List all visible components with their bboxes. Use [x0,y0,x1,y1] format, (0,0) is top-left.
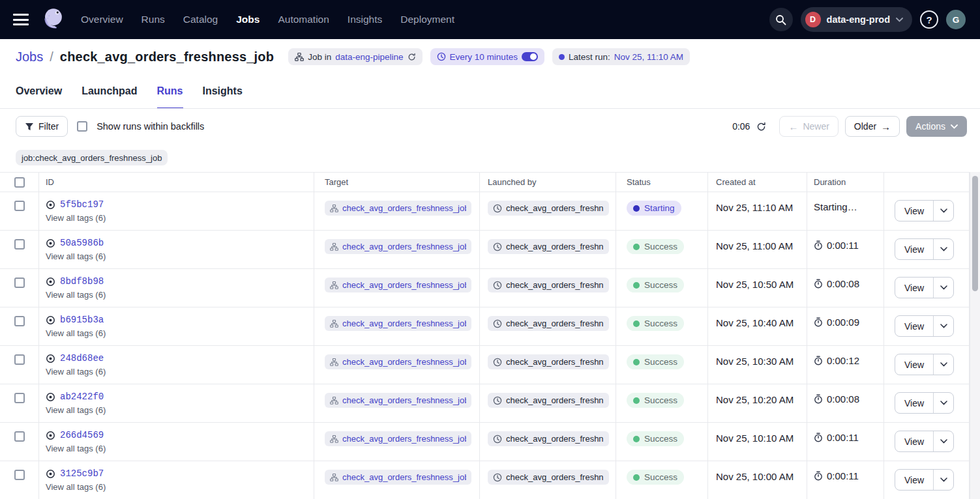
row-checkbox[interactable] [14,316,25,326]
nav-item-overview[interactable]: Overview [81,14,123,25]
launched-by-pill[interactable]: check_avg_orders_freshn… [488,278,609,292]
target-job-pill[interactable]: check_avg_orders_freshness_job [325,201,471,216]
latest-run-link[interactable]: Nov 25, 11:10 AM [614,52,683,62]
table-row: 8bdf8b98 View all tags (6) check_avg_ord… [0,269,970,307]
schedule-clock-icon [493,473,502,482]
run-id-link[interactable]: 50a5986b [60,238,104,248]
run-id-link[interactable]: 248d68ee [60,353,104,364]
nav-item-jobs[interactable]: Jobs [236,14,260,25]
tab-runs[interactable]: Runs [157,85,183,109]
tab-launchpad[interactable]: Launchpad [82,85,137,109]
nav-item-deployment[interactable]: Deployment [400,14,454,25]
deployment-switcher[interactable]: D data-eng-prod [801,7,912,32]
target-job-pill[interactable]: check_avg_orders_freshness_job [325,239,471,254]
view-button[interactable]: View [895,239,933,259]
row-checkbox[interactable] [14,354,25,365]
launched-by-pill[interactable]: check_avg_orders_freshn… [488,201,609,216]
view-all-tags-link[interactable]: View all tags (6) [46,444,314,453]
target-job-pill[interactable]: check_avg_orders_freshness_job [325,431,471,446]
row-checkbox[interactable] [14,278,25,288]
target-job-pill[interactable]: check_avg_orders_freshness_job [325,470,471,485]
vertical-scrollbar-track[interactable] [970,172,980,499]
older-button[interactable]: Older → [845,116,900,137]
reload-location-icon[interactable] [408,53,416,61]
newer-button[interactable]: ← Newer [779,116,838,137]
run-id-link[interactable]: 3125c9b7 [60,468,104,479]
status-dot-icon [633,359,640,365]
target-job-pill[interactable]: check_avg_orders_freshness_job [325,316,471,331]
view-button[interactable]: View [895,201,933,221]
duration-value: 0:00:09 [827,317,859,328]
view-button[interactable]: View [895,278,933,298]
view-dropdown-button[interactable] [933,393,953,413]
breadcrumb-jobs-link[interactable]: Jobs [16,50,43,64]
arrow-left-icon: ← [788,121,798,132]
row-checkbox[interactable] [14,393,25,403]
row-checkbox[interactable] [14,431,25,442]
view-dropdown-button[interactable] [933,239,953,259]
run-id-link[interactable]: 266d4569 [60,430,104,440]
target-job-pill[interactable]: check_avg_orders_freshness_job [325,278,471,292]
status-badge: Success [627,278,684,292]
status-badge: Success [627,354,684,369]
view-dropdown-button[interactable] [933,316,953,336]
view-split-button: View [895,392,954,414]
view-button[interactable]: View [895,393,933,413]
row-checkbox[interactable] [14,201,25,211]
run-id-link[interactable]: 5f5bc197 [60,199,104,210]
job-filter-tag[interactable]: job:check_avg_orders_freshness_job [16,150,168,165]
schedule-toggle[interactable] [522,52,538,61]
view-all-tags-link[interactable]: View all tags (6) [46,251,314,261]
run-id-link[interactable]: 8bdf8b98 [60,276,104,287]
launched-by-pill[interactable]: check_avg_orders_freshn… [488,354,609,369]
launched-by-pill[interactable]: check_avg_orders_freshn… [488,393,609,408]
nav-item-insights[interactable]: Insights [348,14,382,25]
view-all-tags-link[interactable]: View all tags (6) [46,290,314,300]
nav-item-automation[interactable]: Automation [278,14,329,25]
newer-label: Newer [803,121,829,132]
search-button[interactable] [769,8,793,31]
tab-overview[interactable]: Overview [16,85,62,109]
view-dropdown-button[interactable] [933,278,953,298]
view-all-tags-link[interactable]: View all tags (6) [46,367,314,377]
dagster-logo-icon[interactable] [39,6,67,33]
view-dropdown-button[interactable] [933,470,953,490]
duration-value: Starting… [814,201,857,212]
tab-insights[interactable]: Insights [203,85,243,109]
view-dropdown-button[interactable] [933,431,953,451]
vertical-scrollbar-thumb[interactable] [972,176,978,291]
view-button[interactable]: View [895,354,933,375]
launched-by-pill[interactable]: check_avg_orders_freshn… [488,470,609,485]
view-dropdown-button[interactable] [933,201,953,221]
nav-item-catalog[interactable]: Catalog [183,14,218,25]
row-checkbox[interactable] [14,239,25,250]
view-split-button: View [895,277,954,298]
target-job-pill[interactable]: check_avg_orders_freshness_job [325,393,471,408]
view-all-tags-link[interactable]: View all tags (6) [46,482,314,492]
hamburger-menu-icon[interactable] [13,14,29,25]
launched-by-pill[interactable]: check_avg_orders_freshn… [488,316,609,331]
run-id-link[interactable]: ab2422f0 [60,392,104,402]
row-checkbox[interactable] [14,470,25,480]
view-button[interactable]: View [895,470,933,490]
view-button[interactable]: View [895,431,933,451]
view-dropdown-button[interactable] [933,354,953,375]
view-all-tags-link[interactable]: View all tags (6) [46,213,314,223]
actions-button[interactable]: Actions [906,116,967,137]
view-all-tags-link[interactable]: View all tags (6) [46,405,314,415]
nav-item-runs[interactable]: Runs [141,14,165,25]
launched-by-pill[interactable]: check_avg_orders_freshn… [488,431,609,446]
help-button[interactable]: ? [920,10,938,29]
run-id-link[interactable]: b6915b3a [60,315,104,325]
target-job-pill[interactable]: check_avg_orders_freshness_job [325,354,471,369]
show-backfills-checkbox[interactable] [77,121,87,132]
view-button[interactable]: View [895,316,933,336]
stopwatch-icon [814,433,823,442]
code-location-link[interactable]: data-eng-pipeline [335,52,403,62]
avatar[interactable]: G [946,10,966,29]
launched-by-pill[interactable]: check_avg_orders_freshn… [488,239,609,254]
view-all-tags-link[interactable]: View all tags (6) [46,328,314,338]
filter-button[interactable]: Filter [16,116,68,137]
select-all-checkbox[interactable] [14,177,25,188]
refresh-button[interactable] [756,122,766,132]
